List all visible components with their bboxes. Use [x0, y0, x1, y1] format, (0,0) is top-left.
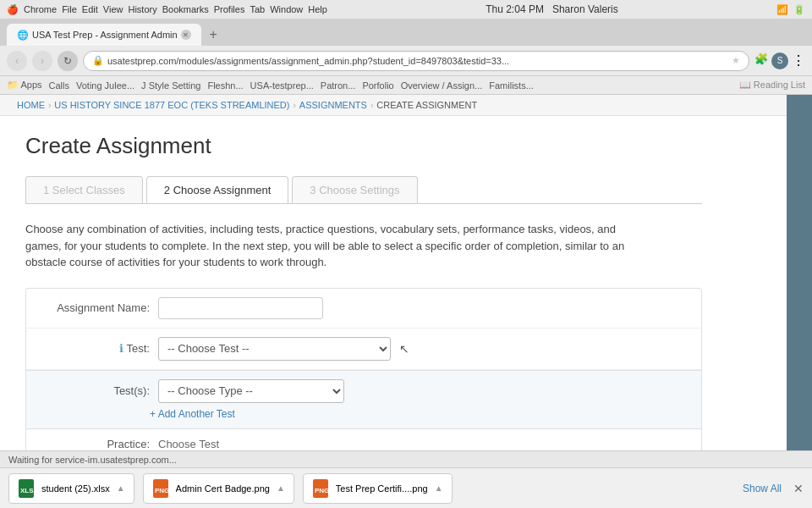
main-panel: HOME › US HISTORY SINCE 1877 EOC (TEKS S… [0, 95, 787, 450]
tests-type-section: Test(s): -- Choose Type -- + Add Another… [26, 370, 701, 429]
bm-calls[interactable]: Calls [49, 80, 69, 91]
tab-label: USA Test Prep - Assignment Admin [32, 30, 178, 40]
assignment-name-row: Assignment Name: [26, 289, 701, 329]
page-content: Create Assignment 1 Select Classes 2 Cho… [0, 116, 727, 450]
mac-menu: 🍎 Chrome File Edit View History Bookmark… [7, 4, 327, 15]
breadcrumb-sep-2: › [293, 101, 295, 110]
bookmarks-bar: 📁 Apps Calls Voting Julee... J Style Set… [0, 76, 812, 95]
chrome-menu[interactable]: Chrome [24, 4, 57, 14]
browser-toolbar: ‹ › ↻ 🔒 usatestprep.com/modules/assignme… [0, 46, 812, 76]
tab-select-classes[interactable]: 1 Select Classes [25, 176, 143, 203]
assignment-form: Assignment Name: ℹTest: -- Choose Test -… [25, 288, 702, 451]
bm-voting[interactable]: Voting Julee... [76, 80, 134, 91]
tests-label: Test(s): [40, 384, 150, 397]
download-name-2: Admin Cert Badge.png [176, 483, 270, 494]
view-menu[interactable]: View [103, 4, 123, 14]
menu-icon[interactable]: ⋮ [792, 52, 805, 69]
reload-button[interactable]: ↻ [58, 51, 78, 71]
apple-icon: 🍎 [7, 4, 19, 15]
tab-favicon: 🌐 [17, 30, 29, 41]
test-select[interactable]: -- Choose Test -- [158, 337, 391, 361]
download-chevron-1[interactable]: ▲ [117, 483, 125, 493]
right-panel [787, 95, 812, 450]
download-chevron-3[interactable]: ▲ [435, 483, 443, 493]
browser-tab-active[interactable]: 🌐 USA Test Prep - Assignment Admin ✕ [7, 24, 201, 46]
back-button[interactable]: ‹ [7, 51, 27, 71]
type-select[interactable]: -- Choose Type -- [158, 379, 344, 403]
download-chevron-2[interactable]: ▲ [277, 483, 285, 493]
mac-topbar: 🍎 Chrome File Edit View History Bookmark… [0, 0, 812, 19]
content-area: HOME › US HISTORY SINCE 1877 EOC (TEKS S… [0, 95, 812, 450]
file-menu[interactable]: File [62, 4, 77, 14]
help-menu[interactable]: Help [308, 4, 327, 14]
bm-usa[interactable]: USA-testprep... [250, 80, 314, 91]
tab-close-button[interactable]: ✕ [181, 30, 191, 40]
show-all-button[interactable]: Show All [743, 483, 782, 494]
bm-jstyle[interactable]: J Style Setting [141, 80, 200, 91]
test-row: ℹTest: -- Choose Test -- ↖ [26, 329, 701, 370]
assignment-name-input[interactable] [158, 297, 323, 319]
assignment-name-label: Assignment Name: [40, 301, 150, 314]
bm-flashn[interactable]: Fleshn... [207, 80, 243, 91]
browser-tab-bar: 🌐 USA Test Prep - Assignment Admin ✕ + [0, 19, 812, 46]
breadcrumb-home[interactable]: HOME [17, 100, 45, 110]
breadcrumb-sep-3: › [370, 101, 373, 110]
history-menu[interactable]: History [128, 4, 156, 14]
page-title: Create Assignment [25, 133, 702, 159]
download-item-3[interactable]: PNG Test Prep Certifi....png ▲ [303, 473, 453, 504]
download-icon-2: PNG [152, 478, 169, 499]
close-downloads-button[interactable]: ✕ [793, 482, 804, 495]
test-label: ℹTest: [40, 342, 150, 355]
page-description: Choose any combination of activities, in… [25, 221, 651, 271]
bookmarks-menu[interactable]: Bookmarks [162, 4, 209, 14]
cursor-indicator: ↖ [399, 342, 409, 356]
status-text: Waiting for service-im.usatestprep.com..… [8, 455, 177, 465]
wizard-tabs: 1 Select Classes 2 Choose Assignment 3 C… [25, 176, 702, 204]
practice-label: Practice: [40, 438, 150, 450]
mac-status-icons: 📶🔋 [776, 4, 805, 15]
download-name-1: student (25).xlsx [41, 483, 110, 494]
tab-choose-settings: 3 Choose Settings [292, 176, 417, 203]
tab-menu[interactable]: Tab [250, 4, 265, 14]
download-item-1[interactable]: XLS student (25).xlsx ▲ [8, 473, 134, 504]
bm-apps[interactable]: 📁 Apps [7, 80, 42, 91]
download-icon-3: PNG [312, 478, 329, 499]
ext-icon-1[interactable]: 🧩 [754, 52, 768, 69]
practice-row: Practice: Choose Test [26, 429, 701, 451]
forward-button[interactable]: › [32, 51, 52, 71]
add-another-test-link[interactable]: + Add Another Test [150, 408, 235, 420]
url-text: usatestprep.com/modules/assignments/assi… [107, 56, 728, 66]
download-name-3: Test Prep Certifi....png [336, 483, 428, 494]
info-icon[interactable]: ℹ [119, 342, 123, 355]
extensions-area: 🧩 S ⋮ [754, 52, 805, 69]
mac-time: Thu 2:04 PM Sharon Valeris [486, 3, 618, 15]
address-bar[interactable]: 🔒 usatestprep.com/modules/assignments/as… [83, 51, 749, 71]
breadcrumb-current: CREATE ASSIGNMENT [376, 100, 477, 110]
edit-menu[interactable]: Edit [82, 4, 98, 14]
profiles-menu[interactable]: Profiles [214, 4, 245, 14]
svg-text:PNG: PNG [315, 487, 328, 494]
download-icon-1: XLS [18, 478, 35, 499]
bm-portfolio[interactable]: Porfolio [362, 80, 393, 91]
tests-type-row: Test(s): -- Choose Type -- [40, 379, 688, 403]
tab-choose-assignment[interactable]: 2 Choose Assignment [146, 176, 288, 203]
download-item-2[interactable]: PNG Admin Cert Badge.png ▲ [143, 473, 294, 504]
reading-list[interactable]: 📖 Reading List [739, 80, 805, 91]
bm-familists[interactable]: Familists... [489, 80, 534, 91]
breadcrumb-subject[interactable]: US HISTORY SINCE 1877 EOC (TEKS STREAMLI… [54, 100, 289, 110]
breadcrumb-assignments[interactable]: ASSIGNMENTS [299, 100, 367, 110]
window-menu[interactable]: Window [270, 4, 303, 14]
downloads-bar: XLS student (25).xlsx ▲ PNG Admin Cert B… [0, 467, 812, 508]
profile-icon[interactable]: S [771, 52, 788, 69]
breadcrumb: HOME › US HISTORY SINCE 1877 EOC (TEKS S… [0, 95, 787, 116]
practice-value: Choose Test [158, 438, 219, 450]
bookmark-star[interactable]: ★ [732, 55, 740, 66]
new-tab-button[interactable]: + [203, 24, 224, 46]
bm-patron[interactable]: Patron... [321, 80, 356, 91]
svg-text:PNG: PNG [155, 487, 168, 494]
svg-text:XLS: XLS [20, 487, 34, 494]
bm-overview[interactable]: Overview / Assign... [401, 80, 483, 91]
status-bar: Waiting for service-im.usatestprep.com..… [0, 450, 812, 467]
breadcrumb-sep-1: › [48, 101, 51, 110]
